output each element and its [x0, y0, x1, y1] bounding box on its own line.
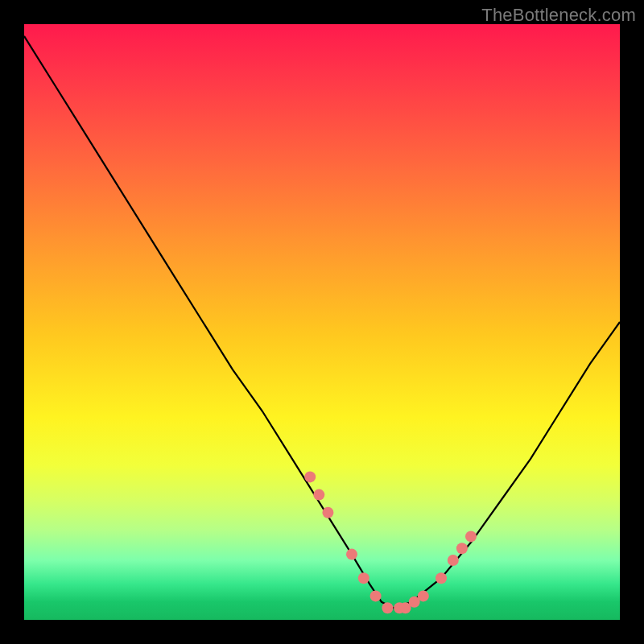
marker-dot — [456, 543, 468, 554]
chart-overlay — [24, 24, 620, 620]
plot-area — [24, 24, 620, 620]
marker-dot — [304, 471, 316, 482]
marker-dot — [465, 530, 477, 542]
chart-curve — [24, 36, 620, 608]
marker-dot — [313, 489, 324, 501]
marker-dot — [358, 572, 369, 584]
marker-dot — [436, 572, 447, 584]
marker-dot — [418, 590, 429, 601]
marker-dot — [346, 549, 357, 560]
chart-stage: TheBottleneck.com — [0, 0, 644, 644]
marker-dot — [448, 555, 459, 566]
marker-dot — [370, 590, 382, 601]
chart-markers — [304, 471, 477, 613]
marker-dot — [382, 602, 393, 613]
watermark-text: TheBottleneck.com — [481, 5, 636, 26]
marker-dot — [322, 507, 333, 518]
